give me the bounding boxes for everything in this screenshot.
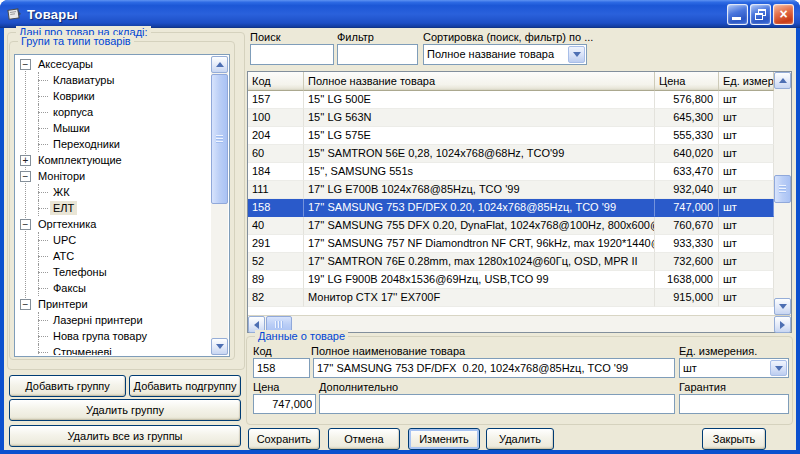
table-row[interactable]: 291 17'' SAMSUNG 757 NF Diamondtron NF C…	[248, 235, 774, 253]
cell-unit: шт	[719, 163, 774, 181]
tree-item[interactable]: Мышки	[16, 120, 211, 136]
detail-unit-combobox[interactable]: шт	[679, 358, 789, 378]
cell-unit: шт	[719, 91, 774, 109]
cell-unit: шт	[719, 181, 774, 199]
tree-item[interactable]: UPC	[16, 232, 211, 248]
column-header-code[interactable]: Код	[248, 72, 304, 91]
scroll-right-icon[interactable]	[774, 316, 791, 333]
cell-unit: шт	[719, 289, 774, 307]
product-details-title: Данные о товаре	[255, 330, 348, 342]
cell-price: 747,000	[655, 199, 719, 217]
table-row[interactable]: 52 17'' SAMTRON 76E 0.28mm, max 1280x102…	[248, 253, 774, 271]
tree-expander-icon[interactable]	[20, 171, 31, 182]
detail-price-field[interactable]	[253, 394, 316, 414]
add-subgroup-button[interactable]: Добавить подгруппу	[129, 375, 241, 397]
table-row[interactable]: 204 15'' LG 575E 555,330 шт	[248, 127, 774, 145]
detail-code-field[interactable]	[253, 358, 310, 378]
tree-item[interactable]: Оргтехника	[16, 216, 211, 232]
table-row[interactable]: 100 15'' LG 563N 645,300 шт	[248, 109, 774, 127]
tree-item[interactable]: Аксесуары	[16, 56, 211, 72]
cell-unit: шт	[719, 217, 774, 235]
tree-expander-icon[interactable]	[20, 299, 31, 310]
tree-item[interactable]: АТС	[16, 248, 211, 264]
tree-expander-icon[interactable]	[20, 59, 31, 70]
tree-item[interactable]: Лазерні принтери	[16, 312, 211, 328]
tree-item-label: Лазерні принтери	[50, 313, 146, 327]
filter-input[interactable]	[337, 44, 418, 65]
chevron-down-icon[interactable]	[770, 360, 787, 376]
scroll-down-icon[interactable]	[211, 338, 228, 355]
tree-item[interactable]: Телефоны	[16, 264, 211, 280]
cell-name: 17'' SAMSUNG 757 NF Diamondtron NF CRT, …	[304, 235, 655, 253]
scroll-up-icon[interactable]	[774, 72, 791, 89]
tree-item[interactable]: Переходники	[16, 136, 211, 152]
cell-unit: шт	[719, 199, 774, 217]
delete-group-button[interactable]: Удалить группу	[9, 399, 241, 421]
cell-price: 915,000	[655, 289, 719, 307]
sort-combobox[interactable]: Полное название товара	[423, 44, 587, 65]
cell-name: 17'' SAMSUNG 755 DFX 0.20, DynaFlat, 102…	[304, 217, 655, 235]
cell-name: 17'' SAMSUNG 753 DF/DFX 0.20, 1024x768@8…	[304, 199, 655, 217]
table-row[interactable]: 89 19'' LG F900B 2048x1536@69Hzц, USB,TC…	[248, 271, 774, 289]
tree-scrollbar[interactable]	[211, 56, 228, 355]
scroll-down-icon[interactable]	[774, 298, 791, 315]
tree-item[interactable]: Принтери	[16, 296, 211, 312]
chevron-down-icon[interactable]	[568, 46, 585, 63]
delete-button[interactable]: Удалить	[486, 428, 554, 450]
cell-price: 1638,000	[655, 271, 719, 289]
table-row[interactable]: 40 17'' SAMSUNG 755 DFX 0.20, DynaFlat, …	[248, 217, 774, 235]
tree-item[interactable]: Нова група товару	[16, 328, 211, 344]
title-bar[interactable]: Товары ×	[0, 0, 800, 28]
close-button[interactable]: ×	[773, 4, 794, 25]
close-form-button[interactable]: Закрыть	[702, 428, 766, 450]
table-vertical-scrollbar[interactable]	[774, 72, 791, 315]
delete-all-from-group-button[interactable]: Удалить все из группы	[9, 425, 241, 447]
restore-button[interactable]	[750, 4, 771, 25]
add-group-button[interactable]: Добавить группу	[9, 375, 126, 397]
save-button[interactable]: Сохранить	[248, 428, 320, 450]
detail-warranty-field[interactable]	[679, 394, 789, 414]
tree-item-label: Монітори	[35, 169, 88, 183]
table-row[interactable]: 158 17'' SAMSUNG 753 DF/DFX 0.20, 1024x7…	[248, 199, 774, 217]
tree-item[interactable]: Монітори	[16, 168, 211, 184]
cell-name: Монитор CTX 17'' EX700F	[304, 289, 655, 307]
cell-code: 157	[248, 91, 304, 109]
detail-name-label: Полное наименование товара	[311, 345, 465, 357]
table-row[interactable]: 111 17'' LG E700B 1024x768@85Hzц, TCO '9…	[248, 181, 774, 199]
tree-item[interactable]: Стрчменеві	[16, 344, 211, 355]
column-header-name[interactable]: Полное название товара	[304, 72, 655, 91]
tree-item[interactable]: корпуса	[16, 104, 211, 120]
minimize-button[interactable]	[727, 4, 748, 25]
search-input[interactable]	[250, 44, 334, 65]
product-details-groupbox: Данные о товаре Код Полное наименование …	[246, 336, 793, 425]
tree-item[interactable]: Клавиатуры	[16, 72, 211, 88]
tree-expander-icon[interactable]	[20, 155, 31, 166]
cell-price: 732,600	[655, 253, 719, 271]
cell-name: 15'' LG 500E	[304, 91, 655, 109]
tree-item[interactable]: ЕЛТ	[16, 200, 211, 216]
scroll-up-icon[interactable]	[211, 56, 228, 73]
column-header-unit[interactable]: Ед. измер	[719, 72, 774, 91]
cancel-button[interactable]: Отмена	[328, 428, 400, 450]
detail-name-field[interactable]	[313, 358, 675, 378]
table-row[interactable]: 60 15'' SAMTRON 56E 0,28, 1024x768@68Hz,…	[248, 145, 774, 163]
scroll-thumb[interactable]	[211, 74, 228, 204]
cell-name: 15'', SAMSUNG 551s	[304, 163, 655, 181]
table-row[interactable]: 157 15'' LG 500E 576,800 шт	[248, 91, 774, 109]
table-row[interactable]: 82 Монитор CTX 17'' EX700F 915,000 шт	[248, 289, 774, 307]
column-header-price[interactable]: Цена	[655, 72, 719, 91]
edit-button[interactable]: Изменить	[408, 428, 480, 450]
tree-item-label: Оргтехника	[35, 217, 99, 231]
tree-expander-icon[interactable]	[20, 219, 31, 230]
tree-item-label: UPC	[50, 233, 79, 247]
tree-item[interactable]: Комплектующие	[16, 152, 211, 168]
detail-warranty-label: Гарантия	[679, 381, 726, 393]
detail-extra-field[interactable]	[319, 394, 675, 414]
tree-item[interactable]: ЖК	[16, 184, 211, 200]
scroll-thumb[interactable]	[774, 175, 791, 203]
table-row[interactable]: 184 15'', SAMSUNG 551s 633,470 шт	[248, 163, 774, 181]
cell-price: 932,040	[655, 181, 719, 199]
tree-item[interactable]: Факсы	[16, 280, 211, 296]
tree-item[interactable]: Коврики	[16, 88, 211, 104]
cell-code: 89	[248, 271, 304, 289]
